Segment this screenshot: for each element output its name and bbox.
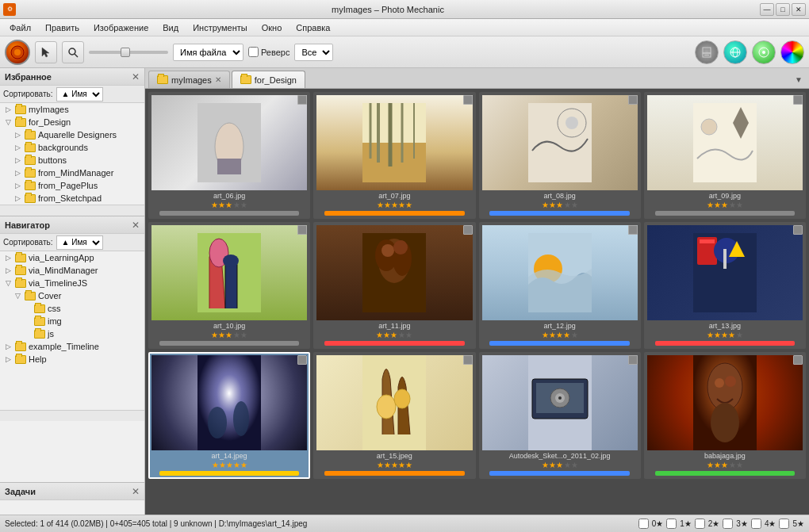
color-button[interactable] <box>780 40 804 64</box>
navigator-hscroll[interactable] <box>0 410 144 421</box>
folder-icon <box>25 156 36 165</box>
menu-image[interactable]: Изображение <box>87 21 155 34</box>
menu-file[interactable]: Файл <box>3 21 37 34</box>
titlebar: ⚙ myImages – Photo Mechanic — □ ✕ <box>0 0 809 19</box>
status-checkbox[interactable] <box>638 519 649 529</box>
image-cell-art14[interactable]: art_14.jpeg ★★★★★ <box>148 352 310 479</box>
select-checkbox[interactable] <box>628 95 638 105</box>
minimize-button[interactable]: — <box>760 3 774 16</box>
nav-item-example[interactable]: ▷ example_Timeline <box>0 340 144 353</box>
fav-subitem-backgrounds[interactable]: ▷ backgrounds <box>0 141 144 154</box>
globe-button[interactable] <box>723 40 747 64</box>
menu-view[interactable]: Вид <box>156 21 185 34</box>
select-checkbox[interactable] <box>297 225 307 235</box>
favorites-hscroll[interactable] <box>0 205 144 216</box>
tabs-scroll-button[interactable]: ▼ <box>792 71 806 88</box>
fav-item-fordesign[interactable]: ▽ for_Design <box>0 116 144 128</box>
color-label-bar <box>159 341 300 346</box>
color-label-bar <box>489 341 630 346</box>
select-checkbox[interactable] <box>628 355 638 365</box>
menu-edit[interactable]: Править <box>39 21 86 34</box>
select-checkbox[interactable] <box>297 95 307 105</box>
svg-rect-5 <box>703 48 711 53</box>
nav-item-learningapp[interactable]: ▷ via_LearningApp <box>0 251 144 264</box>
favorites-sort-select[interactable]: ▲ Имя <box>56 87 103 101</box>
svg-point-28 <box>701 119 717 135</box>
folder-icon <box>15 105 26 114</box>
cursor-tool-button[interactable] <box>35 41 57 63</box>
zoom-slider[interactable] <box>89 44 168 60</box>
nav-item-timelinejs[interactable]: ▽ via_TimelineJS <box>0 277 144 289</box>
image-cell-art15[interactable]: art_15.jpeg ★★★★★ <box>313 352 475 479</box>
image-cell-art12[interactable]: art_12.jpg ★★★★★ <box>479 222 641 349</box>
close-button[interactable]: ✕ <box>792 3 806 16</box>
image-cell-autodesk[interactable]: Autodesk_Sket...o_2011_02.jpg ★★★★★ <box>479 352 641 479</box>
select-checkbox[interactable] <box>793 355 803 365</box>
select-checkbox[interactable] <box>793 95 803 105</box>
folder-icon <box>25 131 36 140</box>
star3-checkbox[interactable] <box>723 519 733 529</box>
tasks-close[interactable]: ✕ <box>132 486 140 497</box>
all-select[interactable]: Все <box>294 44 333 61</box>
image-cell-art08[interactable]: art_08.jpg ★★★★★ <box>479 92 641 219</box>
reverse-checkbox[interactable]: Реверс <box>248 47 289 57</box>
nav-item-help[interactable]: ▷ Help <box>0 353 144 366</box>
select-checkbox[interactable] <box>297 355 307 365</box>
fav-subitem-sketchpad[interactable]: ▷ from_Sketchpad <box>0 192 144 205</box>
image-cell-art09[interactable]: art_09.jpg ★★★★★ <box>644 92 806 219</box>
image-grid[interactable]: art_06.jpg ★★★★★ <box>145 89 809 515</box>
tab-fordesign[interactable]: for_Design <box>232 71 305 88</box>
tab-folder-icon <box>157 75 168 84</box>
image-cell-babajaga[interactable]: babajaga.jpg ★★★★★ <box>644 352 806 479</box>
nav-item-js[interactable]: js <box>0 327 144 340</box>
fav-item-myimages[interactable]: ▷ myImages <box>0 103 144 116</box>
filename-select[interactable]: Имя файла <box>173 44 243 61</box>
image-cell-art06[interactable]: art_06.jpg ★★★★★ <box>148 92 310 219</box>
star4-checkbox[interactable] <box>751 519 761 529</box>
fav-subitem-pageplus[interactable]: ▷ from_PagePlus <box>0 179 144 192</box>
menu-help[interactable]: Справка <box>289 21 336 34</box>
zoom-tool-button[interactable] <box>62 41 84 63</box>
nav-item-mindmanager[interactable]: ▷ via_MindManager <box>0 264 144 277</box>
image-cell-art11[interactable]: art_11.jpg ★★★★★ <box>313 222 475 349</box>
disc-button[interactable] <box>752 40 776 64</box>
navigator-sort-select[interactable]: ▲ Имя <box>56 235 103 250</box>
menu-tools[interactable]: Инструменты <box>186 21 254 34</box>
reverse-checkbox-input[interactable] <box>248 47 259 57</box>
star1-checkbox[interactable] <box>666 519 677 529</box>
color-label-bar <box>489 471 630 476</box>
select-checkbox[interactable] <box>793 225 803 235</box>
nav-item-css[interactable]: css <box>0 302 144 315</box>
titlebar-left: ⚙ <box>3 3 16 16</box>
star-4: 4★ <box>765 519 776 528</box>
fav-subitem-buttons[interactable]: ▷ buttons <box>0 154 144 166</box>
image-name: art_08.jpg <box>544 192 576 200</box>
select-checkbox[interactable] <box>463 95 473 105</box>
menu-window[interactable]: Окно <box>255 21 289 34</box>
status-right: 0★ 1★ 2★ 3★ 4★ 5★ <box>638 519 804 529</box>
svg-rect-47 <box>197 355 261 450</box>
star-rating: ★★★★★ <box>212 461 247 469</box>
tab-myimages-close[interactable]: ✕ <box>215 75 221 84</box>
image-cell-art13[interactable]: art_13.jpg ★★★★★ <box>644 222 806 349</box>
star5-checkbox[interactable] <box>779 519 789 529</box>
fav-subitem-aquarelle[interactable]: ▷ Aquarelle Designers <box>0 128 144 141</box>
tasks-panel: Задачи ✕ <box>0 483 144 515</box>
folder-icon <box>34 317 45 326</box>
nav-item-img[interactable]: img <box>0 315 144 327</box>
tab-myimages[interactable]: myImages ✕ <box>148 71 230 88</box>
select-checkbox[interactable] <box>463 225 473 235</box>
navigator-close[interactable]: ✕ <box>132 220 140 231</box>
fav-subitem-mindmanager[interactable]: ▷ from_MindManager <box>0 166 144 179</box>
svg-rect-44 <box>723 249 727 269</box>
image-cell-art10[interactable]: art_10.jpg ★★★★★ <box>148 222 310 349</box>
star2-checkbox[interactable] <box>695 519 705 529</box>
nav-item-cover[interactable]: ▽ Cover <box>0 289 144 302</box>
select-checkbox[interactable] <box>463 355 473 365</box>
favorites-close[interactable]: ✕ <box>132 71 140 82</box>
tab-fordesign-label: for_Design <box>255 75 297 85</box>
maximize-button[interactable]: □ <box>776 3 790 16</box>
select-checkbox[interactable] <box>628 225 638 235</box>
image-cell-art07[interactable]: art_07.jpg ★★★★★ <box>313 92 475 219</box>
print-button[interactable] <box>695 40 719 64</box>
